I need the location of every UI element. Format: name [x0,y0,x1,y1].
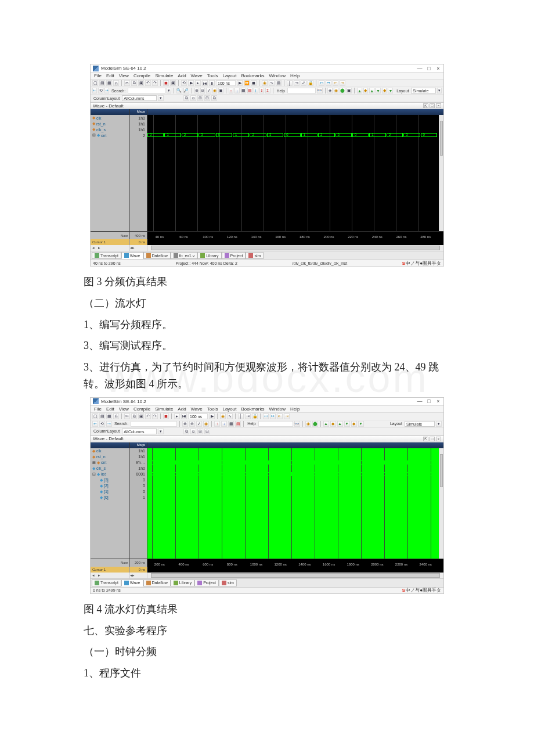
collapse-icon[interactable]: ⊟ [204,95,210,101]
help-field[interactable] [287,88,316,93]
menu-add[interactable]: Add [178,406,186,412]
wave-hscroll[interactable]: ◂▸ ◂▸ [91,245,443,251]
st4-icon[interactable]: ▼ [376,88,381,93]
menubar[interactable]: File Edit View Compile Simulate Add Wave… [91,406,443,413]
expand-icon[interactable]: ⊞ [197,429,203,434]
st6-icon[interactable]: ▼ [388,88,393,93]
subwindow-controls[interactable]: ⇱ □ × [423,103,441,108]
column-select[interactable]: AllColumns [122,95,157,101]
column-select[interactable]: AllColumns [122,429,157,434]
undo-icon[interactable]: ↶ [145,80,151,86]
redo-icon[interactable]: ↷ [152,413,158,419]
menu-simulate[interactable]: Simulate [155,406,173,412]
search-dd-icon[interactable]: ▾ [167,88,171,93]
search-field[interactable] [131,421,177,427]
open-icon[interactable]: ▤ [99,413,105,419]
nav2-icon[interactable]: ⟲ [98,88,103,93]
jump3-icon[interactable]: ⇤ [333,80,338,86]
wave-vscroll[interactable] [439,448,443,559]
wave-hscroll[interactable]: ◂▸ ◂▸ [91,573,443,578]
bottom-tabs[interactable]: Transcript Wave Dataflow tb_ex1.v Librar… [91,251,443,260]
sub-close-icon[interactable]: × [436,103,441,108]
run-length-icon[interactable]: ▶ [237,80,243,86]
menu-simulate[interactable]: Simulate [155,73,173,78]
menu-layout[interactable]: Layout [222,406,236,412]
sig-up-icon[interactable]: ↑ [214,421,220,427]
st5-icon[interactable]: ◆ [351,421,357,427]
sig-nx-icon[interactable]: ▦ [228,421,234,427]
layout-select[interactable]: Simulate [411,88,435,93]
nav1-icon[interactable]: ⇠ [92,421,98,427]
nav3-icon[interactable]: ⇢ [106,421,112,427]
lock-icon[interactable]: 🔒 [308,80,313,86]
sig-up-icon[interactable]: ↑ [229,88,233,93]
sub-detach-icon[interactable]: ⇱ [423,437,428,441]
binocular-icon[interactable]: 👓 [294,421,300,427]
layout-dd-icon[interactable]: ▾ [436,421,442,427]
layout-select[interactable]: Simulate [405,421,435,427]
jump3-icon[interactable]: ⇤ [277,413,283,419]
sig-e1-icon[interactable]: I [254,88,258,93]
cut-icon[interactable]: ✂ [124,80,130,86]
cursor-icon[interactable]: │ [238,413,244,419]
waveform-area[interactable]: 01230123012301230 [147,115,443,231]
minimize-button[interactable]: — [417,398,423,404]
sub-max-icon[interactable]: □ [430,103,435,108]
menu-view[interactable]: View [119,406,129,412]
zoom-in-icon[interactable]: ⊕ [194,88,199,93]
paste-icon[interactable]: ▣ [138,413,144,419]
menu-wave[interactable]: Wave [191,406,203,412]
undo-icon[interactable]: ↶ [145,413,151,419]
st1-icon[interactable]: ▲ [357,88,362,93]
signal-names[interactable]: ◆clk ◆rst_n ◆clk_s ⊞◆cnt [91,115,130,231]
zoom-cur-icon[interactable]: ▣ [218,88,223,93]
st3-icon[interactable]: ▲ [369,88,374,93]
st2-icon[interactable]: ◆ [330,421,336,427]
menu-window[interactable]: Window [269,73,285,78]
run-icon[interactable]: ▸ [195,80,201,86]
print-icon[interactable]: ⎙ [113,413,119,419]
zoom-out-icon[interactable]: ⊖ [189,421,195,427]
sub-close-icon[interactable]: × [436,437,441,441]
wave-icon[interactable]: ∿ [269,80,275,86]
jump2-icon[interactable]: ↦ [270,413,276,419]
menu-help[interactable]: Help [290,73,300,78]
runtime-field[interactable]: 100 ns [188,413,208,419]
run-all-icon[interactable]: ⏭ [202,80,208,86]
jump1-icon[interactable]: ↤ [263,413,269,419]
copy-icon[interactable]: ⧉ [131,80,137,86]
zoom-icon[interactable]: ⤢ [301,80,306,86]
print-icon[interactable]: ⎙ [113,80,119,86]
new-icon[interactable]: ▢ [92,413,98,419]
run-cont-icon[interactable]: ⏩ [244,80,250,86]
ungroup-icon[interactable]: ⧈ [190,95,196,101]
col-dd-icon[interactable]: ▾ [158,95,164,101]
sub-detach-icon[interactable]: ⇱ [423,103,428,108]
wave-icon[interactable]: ∿ [227,413,233,419]
menu-window[interactable]: Window [269,406,285,412]
menu-bookmarks[interactable]: Bookmarks [241,73,264,78]
group-icon[interactable]: ⧉ [183,95,189,101]
paste-icon[interactable]: ▣ [138,80,144,86]
group-icon[interactable]: ⧉ [183,429,189,434]
window-controls[interactable]: — □ × [417,398,441,404]
menu-file[interactable]: File [94,406,102,412]
lock-icon[interactable]: 🔒 [252,413,258,419]
menu-file[interactable]: File [94,73,102,78]
run-length-icon[interactable]: ▶ [209,413,215,419]
close-button[interactable]: × [435,398,441,404]
st5-icon[interactable]: ◆ [382,88,387,93]
waveform-area[interactable]: 9'h00000100100100100000010010 [147,448,443,559]
sig-e2-icon[interactable]: ↧ [259,88,264,93]
menu-add[interactable]: Add [178,73,186,78]
menu-wave[interactable]: Wave [191,73,203,78]
jump4-icon[interactable]: ⇥ [340,80,345,86]
wave-vscroll[interactable] [439,115,443,231]
config-icon[interactable]: ◉ [262,80,268,86]
expand-icon[interactable]: ⊞ [197,95,203,101]
sig-dn-icon[interactable]: ↓ [221,421,227,427]
sub-max-icon[interactable]: □ [430,437,435,441]
open-icon[interactable]: ▤ [99,80,105,86]
zoom-obj-icon[interactable]: ◉ [203,421,209,427]
cursor2-icon[interactable]: ⇥ [294,80,300,86]
